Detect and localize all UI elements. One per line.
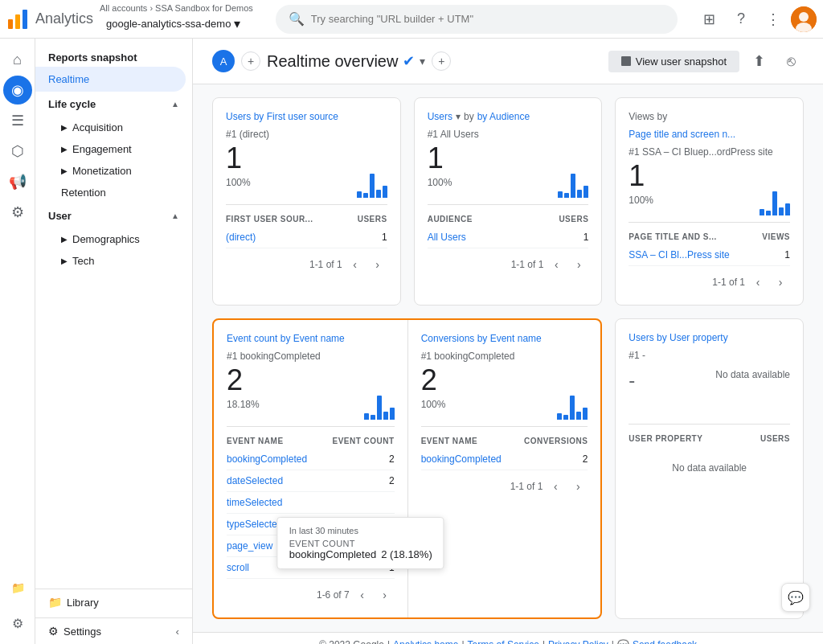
sidebar-library-item[interactable]: 📁 Library bbox=[35, 589, 192, 615]
send-feedback-link[interactable]: Send feedback bbox=[633, 639, 697, 644]
card4-row3-label[interactable]: timeSelected bbox=[227, 497, 282, 508]
card1-next-button[interactable]: › bbox=[368, 255, 387, 274]
card6-col2-header: USERS bbox=[760, 434, 790, 443]
sidebar-item-demographics[interactable]: ▶ Demographics bbox=[35, 228, 192, 250]
home-nav-item[interactable]: ⌂ bbox=[3, 45, 32, 74]
card5-table-header: EVENT NAME CONVERSIONS bbox=[421, 433, 588, 449]
advertising-nav-item[interactable]: 📢 bbox=[3, 167, 32, 196]
view-user-snapshot-button[interactable]: View user snapshot bbox=[608, 51, 739, 72]
sidebar-settings-item[interactable]: ⚙ Settings bbox=[48, 625, 101, 638]
card4-prev-button[interactable]: ‹ bbox=[353, 585, 372, 605]
card1-pagination: 1-1 of 1 bbox=[309, 259, 342, 270]
search-input[interactable] bbox=[311, 13, 665, 25]
sidebar-item-acquisition[interactable]: ▶ Acquisition bbox=[35, 117, 192, 138]
library-nav-item[interactable]: 📁 bbox=[3, 573, 32, 602]
card4-row1-label[interactable]: bookingCompleted bbox=[227, 453, 307, 465]
card2-pagination: 1-1 of 1 bbox=[511, 259, 544, 270]
card1-row1-label[interactable]: (direct) bbox=[226, 232, 256, 243]
card1-title: Users by First user source bbox=[226, 111, 387, 122]
add-comparison-button[interactable]: + bbox=[241, 51, 260, 71]
tooltip-value: 2 (18.18%) bbox=[381, 548, 432, 560]
expand-right-icon5: ▶ bbox=[61, 256, 68, 265]
card4-row6-label[interactable]: scroll bbox=[227, 562, 249, 573]
highlighted-cards-group: Event count by Event name #1 bookingComp… bbox=[212, 318, 602, 619]
card4-rank: #1 bookingCompleted bbox=[227, 351, 395, 362]
sidebar-item-engagement[interactable]: ▶ Engagement bbox=[35, 138, 192, 160]
gear-icon2: ⚙ bbox=[48, 625, 59, 638]
card5-row1-value: 2 bbox=[583, 453, 588, 465]
sidebar-lifecycle-section[interactable]: Life cycle ▲ bbox=[35, 92, 192, 117]
card3-subtitle[interactable]: Page title and screen n... bbox=[629, 129, 790, 140]
card4-row2-label[interactable]: dateSelected bbox=[227, 475, 283, 486]
card4-row5-label[interactable]: page_view bbox=[227, 540, 272, 552]
analytics-home-link[interactable]: Analytics home bbox=[393, 639, 458, 644]
card6-table-header: USER PROPERTY USERS bbox=[629, 431, 790, 446]
reports-snapshot-label: Reports snapshot bbox=[35, 45, 192, 67]
user-avatar-button[interactable] bbox=[791, 6, 817, 32]
card5-row1-label[interactable]: bookingCompleted bbox=[421, 453, 502, 465]
explore-nav-item[interactable]: ⬡ bbox=[3, 137, 32, 166]
card5-title-link[interactable]: Conversions by Event name bbox=[421, 333, 542, 344]
card3-row1-label[interactable]: SSA – CI Bl...Press site bbox=[629, 249, 729, 260]
configure-nav-item[interactable]: ⚙ bbox=[3, 198, 32, 227]
sidebar-item-tech[interactable]: ▶ Tech bbox=[35, 250, 192, 272]
property-selector[interactable]: google-analytics-ssa-demo ▾ bbox=[100, 13, 256, 35]
tech-label: Tech bbox=[72, 255, 94, 267]
terms-of-service-link[interactable]: Terms of Service bbox=[468, 639, 539, 644]
card6-title: Users by User property bbox=[629, 332, 790, 343]
card3-title: Views by bbox=[629, 111, 790, 122]
card4-title-link[interactable]: Event count by Event name bbox=[227, 333, 345, 344]
card1-percent: 100% bbox=[226, 177, 251, 188]
card6-rank: #1 - bbox=[629, 350, 790, 361]
share-icon-button[interactable]: ⎋ bbox=[778, 48, 804, 74]
card3-mini-chart bbox=[760, 183, 790, 215]
sidebar-collapse-button[interactable]: ‹ bbox=[176, 626, 179, 638]
table-row: timeSelected bbox=[227, 492, 395, 514]
settings-label: Settings bbox=[63, 626, 101, 638]
sidebar-item-retention[interactable]: Retention bbox=[35, 182, 192, 203]
card-conversions: Conversions by Event name #1 bookingComp… bbox=[407, 320, 601, 617]
card1-title-link[interactable]: Users by First user source bbox=[226, 111, 338, 122]
card1-prev-button[interactable]: ‹ bbox=[346, 255, 365, 274]
library-folder-icon: 📁 bbox=[11, 581, 25, 594]
gear-icon: ⚙ bbox=[12, 616, 23, 631]
export-icon-button[interactable]: ⬆ bbox=[746, 48, 772, 74]
card5-next-button[interactable]: › bbox=[568, 477, 588, 496]
realtime-nav-item[interactable]: ◉ bbox=[3, 76, 32, 105]
sidebar-item-realtime[interactable]: Realtime bbox=[35, 67, 186, 92]
card5-prev-button[interactable]: ‹ bbox=[546, 477, 565, 496]
card2-next-button[interactable]: › bbox=[569, 255, 588, 274]
card1-col1-header: FIRST USER SOUR... bbox=[226, 215, 313, 224]
search-bar[interactable]: 🔍 bbox=[276, 5, 678, 34]
svg-rect-1 bbox=[15, 14, 20, 29]
apps-icon-button[interactable]: ⊞ bbox=[694, 5, 723, 34]
card2-audience-link[interactable]: by Audience bbox=[477, 111, 530, 122]
card4-row4-label[interactable]: typeSelected bbox=[227, 519, 282, 530]
lifecycle-label: Life cycle bbox=[48, 98, 96, 110]
card-first-user-source: Users by First user source #1 (direct) 1… bbox=[212, 97, 401, 306]
card4-mini-chart bbox=[364, 388, 395, 420]
card1-row1-value: 1 bbox=[382, 232, 387, 243]
card3-prev-button[interactable]: ‹ bbox=[748, 273, 768, 292]
card2-users-link[interactable]: Users bbox=[428, 111, 452, 122]
privacy-policy-link[interactable]: Privacy Policy bbox=[548, 639, 608, 644]
sidebar-user-section[interactable]: User ▲ bbox=[35, 203, 192, 228]
card2-prev-button[interactable]: ‹ bbox=[547, 255, 566, 274]
svg-point-4 bbox=[799, 12, 809, 22]
settings-nav-item[interactable]: ⚙ bbox=[3, 609, 32, 638]
add-page-button[interactable]: + bbox=[432, 51, 451, 71]
card3-rank: #1 SSA – CI Bluep...ordPress site bbox=[629, 146, 790, 158]
card3-next-button[interactable]: › bbox=[771, 273, 790, 292]
reports-nav-item[interactable]: ☰ bbox=[3, 106, 32, 135]
card2-row1-label[interactable]: All Users bbox=[428, 232, 466, 243]
card2-value: 1 bbox=[428, 142, 452, 175]
app-title: Analytics bbox=[35, 10, 93, 27]
card4-next-button[interactable]: › bbox=[375, 585, 395, 605]
help-icon-button[interactable]: ? bbox=[727, 5, 755, 34]
card5-title: Conversions by Event name bbox=[421, 333, 588, 344]
card6-title-link[interactable]: Users by User property bbox=[629, 332, 727, 343]
chat-fab-button[interactable]: 💬 bbox=[781, 583, 810, 612]
more-options-icon-button[interactable]: ⋮ bbox=[759, 5, 788, 34]
sidebar-item-monetization[interactable]: ▶ Monetization bbox=[35, 160, 192, 182]
expand-right-icon2: ▶ bbox=[61, 145, 68, 154]
